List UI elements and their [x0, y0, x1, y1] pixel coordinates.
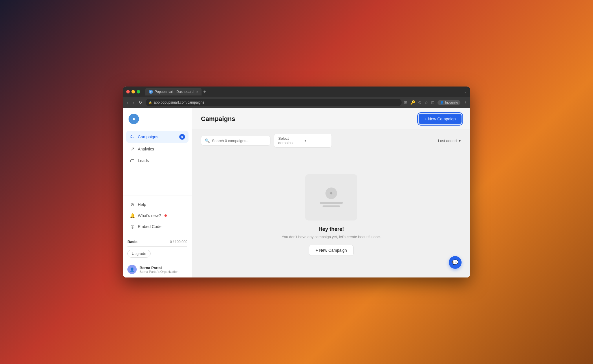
app-content: ● 🗂 Campaigns 0 ↗ Analytics 🗃 Le: [123, 108, 470, 277]
domain-select[interactable]: Select domains ▼: [274, 134, 332, 148]
tab-close-button[interactable]: ×: [196, 90, 198, 93]
sidebar-nav: 🗂 Campaigns 0 ↗ Analytics 🗃 Leads: [123, 131, 192, 167]
filters-row: 🔍 Select domains ▼ Last added ▼: [192, 129, 470, 152]
sidebar-item-analytics-label: Analytics: [138, 147, 154, 151]
new-campaign-empty-button[interactable]: + New Campaign: [309, 245, 354, 256]
domain-select-label: Select domains: [278, 136, 302, 145]
user-org: Berna Partal's Organization: [140, 270, 178, 273]
tab-favicon: P: [149, 90, 153, 94]
new-campaign-header-button[interactable]: + New Campaign: [419, 114, 462, 124]
incognito-badge: 👤 Incognito: [438, 100, 460, 105]
empty-title: Hey there!: [319, 226, 344, 232]
fullscreen-window-button[interactable]: [137, 90, 140, 93]
page-title: Campaigns: [201, 115, 235, 123]
sort-chevron-icon: ▼: [458, 139, 462, 143]
search-icon: 🔍: [205, 138, 210, 143]
empty-state-card: ●: [305, 174, 357, 220]
empty-card-line-2: [323, 205, 340, 207]
user-info: Berna Partal Berna Partal's Organization: [140, 266, 178, 273]
window-controls: ⌄: [464, 90, 467, 94]
search-box[interactable]: 🔍: [201, 136, 270, 146]
bookmark-icon[interactable]: ☆: [424, 100, 428, 105]
sidebar-embed-label: Embed Code: [138, 224, 162, 229]
sidebar-help-label: Help: [138, 202, 146, 207]
reader-mode-icon[interactable]: ⊡: [431, 100, 435, 105]
bell-icon: 🔔: [130, 213, 135, 218]
upgrade-button[interactable]: Upgrade: [127, 250, 151, 258]
empty-state-icon: ●: [325, 187, 337, 199]
empty-content: Hey there! You don't have any campaign y…: [282, 226, 381, 256]
avatar-letter: 👤: [130, 267, 134, 272]
back-button[interactable]: ‹: [126, 99, 129, 106]
browser-tabs: P Popupsmart - Dashboard × +: [145, 88, 462, 95]
reload-button[interactable]: ↻: [138, 99, 143, 106]
campaigns-badge: 0: [179, 134, 185, 140]
lock-icon: 🔒: [149, 101, 152, 104]
sidebar-item-leads[interactable]: 🗃 Leads: [126, 155, 188, 166]
chevron-down-icon: ▼: [304, 139, 327, 142]
app-logo: ●: [129, 114, 139, 124]
shield-icon[interactable]: ⊘: [418, 100, 422, 105]
empty-state: ● Hey there! You don't have any campaign…: [192, 152, 470, 277]
extensions-icon[interactable]: ⊞: [404, 100, 407, 105]
sidebar-item-campaigns[interactable]: 🗂 Campaigns 0: [126, 131, 188, 143]
sidebar-item-campaigns-label: Campaigns: [138, 135, 158, 139]
menu-icon[interactable]: ⋮: [463, 100, 467, 105]
main-content: Campaigns + New Campaign 🔍 Select domain…: [192, 108, 470, 277]
forward-button[interactable]: ›: [132, 99, 136, 106]
new-tab-button[interactable]: +: [203, 89, 206, 94]
help-icon: ⊙: [130, 202, 135, 207]
plan-section: Basic 0 / 100.000 Upgrade: [123, 236, 192, 261]
address-bar[interactable]: 🔒 app.popupsmart.com/campaigns: [146, 99, 402, 106]
plan-progress-bar: [127, 246, 187, 247]
sort-label: Last added: [438, 139, 457, 143]
empty-subtitle: You don't have any campaign yet, let's c…: [282, 235, 381, 239]
chat-bubble-button[interactable]: 💬: [449, 256, 462, 269]
analytics-icon: ↗: [130, 146, 135, 152]
sidebar-whats-new-label: What's new?: [138, 213, 161, 218]
sidebar-item-leads-label: Leads: [138, 158, 149, 163]
sidebar: ● 🗂 Campaigns 0 ↗ Analytics 🗃 Le: [123, 108, 192, 277]
toolbar-actions: ⊞ 🔑 ⊘ ☆ ⊡ 👤 Incognito ⋮: [404, 100, 467, 105]
browser-titlebar: P Popupsmart - Dashboard × + ⌄: [123, 87, 470, 97]
sidebar-item-whats-new[interactable]: 🔔 What's new?: [126, 210, 188, 221]
search-input[interactable]: [212, 139, 267, 143]
avatar: 👤: [127, 265, 137, 274]
incognito-label: Incognito: [445, 101, 458, 104]
notification-dot: [164, 214, 167, 217]
empty-card-lines: [320, 202, 343, 207]
password-icon[interactable]: 🔑: [410, 100, 415, 105]
leads-icon: 🗃: [130, 158, 135, 163]
browser-tab-active[interactable]: P Popupsmart - Dashboard ×: [145, 88, 202, 95]
sidebar-item-embed-code[interactable]: ◎ Embed Code: [126, 221, 188, 232]
incognito-avatar-icon: 👤: [440, 101, 444, 104]
plan-usage: 0 / 100.000: [170, 240, 187, 244]
logo-letter: ●: [132, 116, 135, 122]
campaigns-icon: 🗂: [130, 134, 135, 139]
plan-name: Basic: [127, 240, 138, 244]
browser-toolbar: ‹ › ↻ 🔒 app.popupsmart.com/campaigns ⊞ 🔑…: [123, 97, 470, 108]
sidebar-bottom: ⊙ Help 🔔 What's new? ◎ Embed Code: [123, 196, 192, 236]
traffic-lights: [126, 90, 140, 93]
user-section: 👤 Berna Partal Berna Partal's Organizati…: [123, 261, 192, 277]
sidebar-item-analytics[interactable]: ↗ Analytics: [126, 143, 188, 155]
empty-card-line-1: [320, 202, 343, 204]
sidebar-logo: ●: [123, 114, 192, 131]
embed-icon: ◎: [130, 224, 135, 229]
tab-title: Popupsmart - Dashboard: [155, 90, 193, 94]
user-name: Berna Partal: [140, 266, 178, 270]
close-window-button[interactable]: [126, 90, 130, 93]
minimize-window-button[interactable]: [131, 90, 135, 93]
main-header: Campaigns + New Campaign: [192, 108, 470, 129]
sidebar-item-help[interactable]: ⊙ Help: [126, 199, 188, 210]
sort-control[interactable]: Last added ▼: [438, 139, 462, 143]
chat-icon: 💬: [452, 259, 458, 266]
url-text: app.popupsmart.com/campaigns: [154, 100, 204, 104]
